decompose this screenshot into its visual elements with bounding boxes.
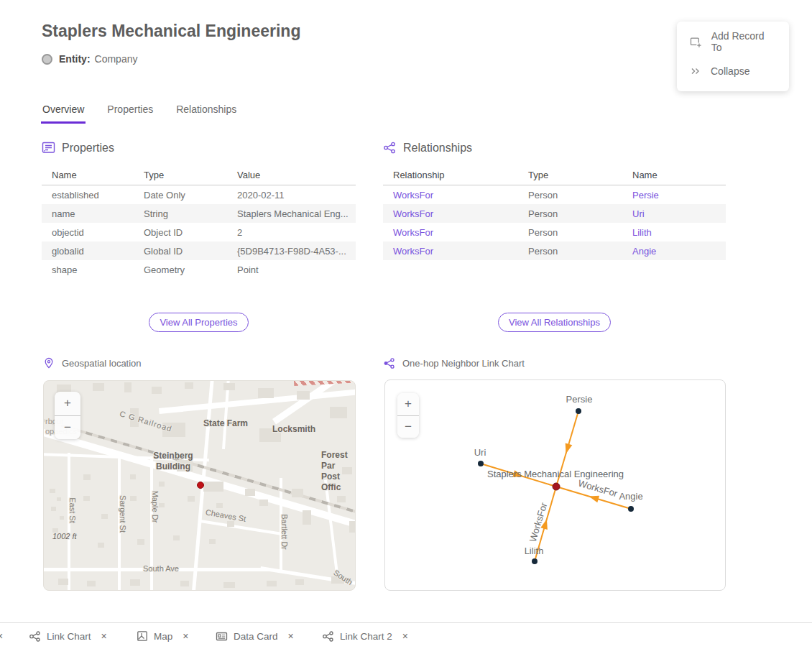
cell-value: 2 (227, 227, 356, 238)
collapse-icon (690, 65, 701, 77)
map-building (130, 579, 140, 586)
relationship-link[interactable]: WorksFor (383, 190, 518, 201)
cell-value: Staplers Mechanical Eng... (227, 208, 356, 219)
map-building (209, 539, 216, 544)
column-header: Value (227, 170, 356, 180)
properties-table-header: Name Type Value (42, 165, 356, 185)
node-label-center: Staplers Mechanical Engineering (487, 469, 624, 479)
relationship-link[interactable]: WorksFor (383, 246, 518, 257)
view-tab-link-chart[interactable]: Link Chart × (29, 623, 107, 649)
map-building (292, 489, 303, 497)
node-persie[interactable] (576, 408, 581, 414)
map-road (159, 388, 356, 414)
menu-item-label: Add Record To (711, 30, 776, 53)
relationships-icon (383, 141, 397, 155)
map-label-east-st: East St (67, 497, 77, 523)
zoom-in-button[interactable]: + (55, 392, 80, 415)
cell-value: 2020-02-11 (227, 190, 356, 201)
node-lilith[interactable] (532, 558, 538, 564)
table-row: shape Geometry Point (42, 260, 356, 279)
close-tab-icon[interactable]: × (101, 630, 107, 642)
node-center-company[interactable] (553, 483, 560, 490)
close-tab-icon[interactable]: × (402, 630, 408, 642)
entity-row: Entity: Company (42, 53, 137, 65)
partial-tab-close-icon[interactable]: × (0, 623, 3, 649)
relationship-link[interactable]: WorksFor (383, 227, 518, 238)
map-building (101, 514, 108, 519)
tab-properties[interactable]: Properties (106, 102, 154, 124)
relationships-section-header: Relationships (383, 141, 472, 155)
geospatial-section-title: Geospatial location (62, 358, 142, 369)
map-building (159, 482, 165, 487)
zoom-out-button[interactable]: − (55, 416, 80, 440)
cell-name: shape (42, 264, 134, 275)
entity-label: Entity: (59, 53, 91, 65)
tab-overview[interactable]: Overview (41, 102, 86, 124)
close-tab-icon[interactable]: × (183, 630, 188, 642)
map-building (267, 581, 277, 586)
view-tab-map[interactable]: Map × (137, 623, 188, 649)
node-angie[interactable] (628, 506, 634, 512)
map-building (349, 521, 356, 533)
map-building (93, 383, 104, 391)
column-header: Relationship (383, 170, 518, 180)
properties-actions: View All Properties (42, 313, 356, 332)
cell-type: Object ID (134, 227, 227, 238)
tab-relationships[interactable]: Relationships (175, 102, 238, 124)
map-building (83, 474, 91, 480)
map-building (87, 581, 96, 586)
view-tab-label: Link Chart (47, 631, 91, 642)
entity-link[interactable]: Angie (622, 246, 726, 257)
node-uri[interactable] (478, 461, 484, 466)
cell-type: Geometry (134, 264, 227, 275)
map-panel[interactable]: rbour opaedics C G Railroad State Farm L… (43, 380, 356, 591)
entity-link[interactable]: Lilith (622, 227, 726, 238)
linkchart-panel[interactable]: Persie Uri Angie Lilith Staplers Mechani… (384, 379, 726, 591)
menu-item-collapse[interactable]: Collapse (677, 59, 789, 83)
menu-item-add-record-to[interactable]: Add Record To (677, 29, 789, 54)
column-header: Name (622, 170, 726, 180)
map-building (130, 474, 136, 479)
map-building (173, 535, 180, 540)
map-building (58, 579, 68, 585)
map-label-post-office: Forest Par Post Offic (321, 450, 355, 493)
view-all-properties-button[interactable]: View All Properties (149, 313, 248, 332)
cell-name: established (42, 190, 134, 201)
view-tab-label: Data Card (234, 631, 278, 642)
entity-type-dot-icon (42, 54, 52, 65)
page-title: Staplers Mechanical Engineering (42, 22, 300, 41)
map-building (98, 543, 104, 548)
map-building (188, 496, 195, 502)
view-tab-link-chart-2[interactable]: Link Chart 2 × (322, 623, 408, 649)
data-card-icon (216, 630, 228, 643)
map-building (297, 391, 310, 400)
map-road (324, 480, 338, 572)
map-zoom-control: + − (55, 392, 80, 439)
close-tab-icon[interactable]: × (288, 630, 294, 642)
column-header: Type (518, 170, 622, 180)
entity-link[interactable]: Uri (622, 208, 726, 219)
entity-link[interactable]: Persie (622, 190, 726, 201)
menu-item-label: Collapse (711, 65, 749, 77)
map-building (245, 489, 255, 496)
column-header: Type (134, 170, 227, 180)
map-building (60, 516, 64, 520)
map-scale-text: 1002 ft (52, 532, 77, 542)
zoom-in-button[interactable]: + (397, 393, 419, 415)
entity-type-value: Company (95, 53, 138, 65)
view-tab-label: Link Chart 2 (340, 631, 392, 642)
map-road (222, 380, 230, 449)
cell-type: Person (518, 246, 622, 257)
zoom-out-button[interactable]: − (397, 416, 419, 438)
cell-value: {5D9B4713-F98D-4A53-... (227, 246, 356, 257)
relationships-table: Relationship Type Name WorksFor Person P… (383, 165, 726, 260)
map-building (258, 388, 274, 398)
linkchart-section-header: One-hop Neighbor Link Chart (383, 357, 525, 369)
relationship-link[interactable]: WorksFor (383, 208, 518, 219)
entity-location-marker[interactable] (197, 482, 204, 489)
map-label-bartlett-dr: Bartlett Dr (279, 514, 289, 550)
view-tab-data-card[interactable]: Data Card × (216, 623, 294, 649)
column-header: Name (42, 170, 134, 180)
cell-type: Person (518, 227, 622, 238)
view-all-relationships-button[interactable]: View All Relationships (498, 313, 611, 332)
